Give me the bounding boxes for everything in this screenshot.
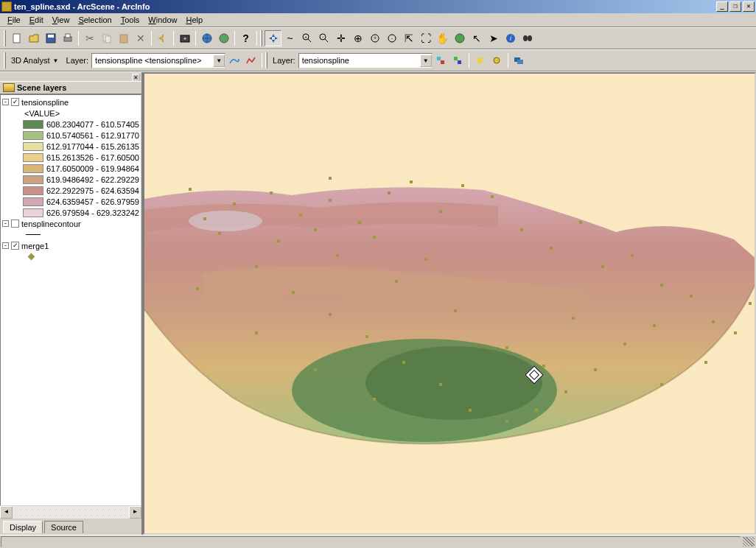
full-extent-icon[interactable]: ⛶ bbox=[417, 30, 434, 46]
tree-toggle[interactable]: - bbox=[2, 242, 9, 249]
menu-help[interactable]: Help bbox=[181, 14, 207, 26]
tree-toggle[interactable]: - bbox=[2, 220, 9, 227]
fixed-zoom-in-icon[interactable]: + bbox=[366, 30, 383, 46]
legend-row: 615.2613526 - 617.60500 bbox=[2, 152, 139, 163]
legend-row: 608.2304077 - 610.57405 bbox=[2, 119, 139, 130]
layer-name[interactable]: tensplinecontour bbox=[21, 219, 81, 228]
titlebar: ten_spline.sxd - ArcScene - ArcInfo _ ❐ … bbox=[0, 0, 756, 13]
interpolate-line-icon[interactable] bbox=[225, 52, 242, 68]
profile-graph-icon[interactable] bbox=[242, 52, 259, 68]
center-target-icon[interactable]: ✛ bbox=[332, 30, 349, 46]
legend-swatch bbox=[23, 186, 43, 195]
fixed-zoom-out-icon[interactable]: - bbox=[383, 30, 400, 46]
layer-select-1[interactable]: ▼ bbox=[91, 53, 225, 68]
close-button[interactable]: ✕ bbox=[743, 1, 755, 12]
print-button[interactable] bbox=[59, 30, 76, 46]
layer-ext-icon[interactable] bbox=[511, 52, 528, 68]
toc-tree[interactable]: - ✓ tensionspline <VALUE> 608.2304077 - … bbox=[0, 94, 141, 506]
find-icon[interactable] bbox=[519, 30, 536, 46]
svg-point-31 bbox=[477, 57, 483, 63]
tab-display[interactable]: Display bbox=[3, 521, 43, 533]
shading-icon[interactable] bbox=[489, 52, 505, 68]
toolbar-grip-4[interactable] bbox=[265, 52, 267, 68]
layer-checkbox[interactable]: ✓ bbox=[11, 98, 19, 106]
effects-icon-1[interactable] bbox=[433, 52, 449, 68]
cut-button[interactable]: ✂ bbox=[81, 30, 98, 46]
menu-tools[interactable]: Tools bbox=[116, 14, 144, 26]
navigate-button[interactable] bbox=[265, 30, 281, 46]
dropdown-arrow-icon[interactable]: ▼ bbox=[213, 55, 225, 67]
toolbar-grip-2[interactable] bbox=[260, 30, 262, 46]
zoom-target-icon[interactable]: ⊕ bbox=[349, 30, 366, 46]
layer-checkbox[interactable]: ✓ bbox=[11, 242, 19, 250]
zoom-out-icon[interactable]: - bbox=[315, 30, 332, 46]
toc-panel: ✕ Scene layers - ✓ tensionspline <VALUE>… bbox=[0, 72, 143, 535]
legend-row: 624.6359457 - 626.97959 bbox=[2, 196, 139, 207]
scroll-right-icon[interactable]: ► bbox=[129, 506, 141, 519]
svg-rect-27 bbox=[437, 57, 441, 60]
scroll-track[interactable] bbox=[13, 506, 129, 519]
layer-select-2-input[interactable] bbox=[299, 56, 420, 65]
new-button[interactable] bbox=[8, 30, 25, 46]
legend-label: 612.9177044 - 615.26135 bbox=[46, 142, 139, 151]
legend-swatch bbox=[23, 120, 43, 129]
dropdown-arrow-icon-2[interactable]: ▼ bbox=[420, 55, 432, 67]
pan-icon[interactable]: ✋ bbox=[434, 30, 451, 46]
svg-point-26 bbox=[528, 35, 532, 41]
layer-select-2[interactable]: ▼ bbox=[298, 53, 433, 68]
legend-row: 617.6050009 - 619.94864 bbox=[2, 163, 139, 174]
undo-button[interactable] bbox=[154, 30, 171, 46]
help-pointer-button[interactable]: ? bbox=[237, 30, 254, 46]
layer-name[interactable]: tensionspline bbox=[21, 98, 69, 107]
analyst-dropdown-arrow[interactable]: ▼ bbox=[53, 57, 63, 64]
delete-button[interactable]: ✕ bbox=[132, 30, 149, 46]
pointer-icon[interactable]: ➤ bbox=[485, 30, 502, 46]
globe-icon[interactable] bbox=[198, 30, 215, 46]
select-features-icon[interactable]: ↖ bbox=[468, 30, 485, 46]
svg-rect-4 bbox=[66, 34, 70, 38]
fly-button[interactable]: ~ bbox=[281, 30, 298, 46]
resize-grip-icon[interactable] bbox=[743, 537, 755, 547]
analyst-dropdown-label[interactable]: 3D Analyst bbox=[8, 56, 53, 65]
lighting-icon[interactable] bbox=[472, 52, 489, 68]
point-symbol bbox=[28, 253, 35, 261]
toc-h-scrollbar[interactable]: ◄ ► bbox=[0, 506, 141, 519]
menu-view[interactable]: View bbox=[48, 14, 74, 26]
menu-selection[interactable]: Selection bbox=[74, 14, 116, 26]
add-data-button[interactable]: + bbox=[176, 30, 193, 46]
effects-icon-2[interactable] bbox=[449, 52, 466, 68]
menu-edit[interactable]: Edit bbox=[25, 14, 48, 26]
scene-view[interactable] bbox=[143, 72, 756, 535]
app-icon bbox=[1, 1, 12, 12]
menu-file[interactable]: File bbox=[3, 14, 25, 26]
toc-header: Scene layers bbox=[0, 81, 141, 94]
svg-point-22 bbox=[455, 34, 464, 43]
identify-icon[interactable]: i bbox=[502, 30, 519, 46]
toolbar-grip-3[interactable] bbox=[4, 52, 6, 68]
legend-row: 610.5740561 - 612.91770 bbox=[2, 130, 139, 141]
layer-checkbox[interactable] bbox=[11, 219, 19, 228]
svg-rect-30 bbox=[458, 60, 461, 64]
restore-button[interactable]: ❐ bbox=[729, 1, 741, 12]
svg-point-32 bbox=[494, 57, 500, 63]
layer-name[interactable]: merge1 bbox=[21, 242, 49, 250]
paste-button[interactable] bbox=[115, 30, 132, 46]
tree-toggle[interactable]: - bbox=[2, 99, 9, 105]
copy-button[interactable] bbox=[98, 30, 115, 46]
open-button[interactable] bbox=[25, 30, 42, 46]
status-cell bbox=[1, 536, 741, 547]
svg-rect-29 bbox=[454, 57, 458, 60]
catalog-button[interactable] bbox=[215, 30, 232, 46]
layer-select-1-input[interactable] bbox=[92, 56, 213, 65]
scroll-left-icon[interactable]: ◄ bbox=[0, 506, 13, 519]
minimize-button[interactable]: _ bbox=[716, 1, 728, 12]
tab-source[interactable]: Source bbox=[44, 521, 83, 533]
toolbar-standard: ✂ ✕ + ? ~ + - ✛ ⊕ + - ⇱ ⛶ ✋ ↖ ➤ i bbox=[0, 27, 756, 49]
save-button[interactable] bbox=[42, 30, 59, 46]
globe-full-icon[interactable] bbox=[451, 30, 468, 46]
menu-window[interactable]: Window bbox=[144, 14, 181, 26]
expand-fov-icon[interactable]: ⇱ bbox=[400, 30, 417, 46]
zoom-in-icon[interactable]: + bbox=[298, 30, 315, 46]
legend-swatch bbox=[23, 131, 43, 140]
toolbar-grip[interactable] bbox=[4, 30, 6, 46]
